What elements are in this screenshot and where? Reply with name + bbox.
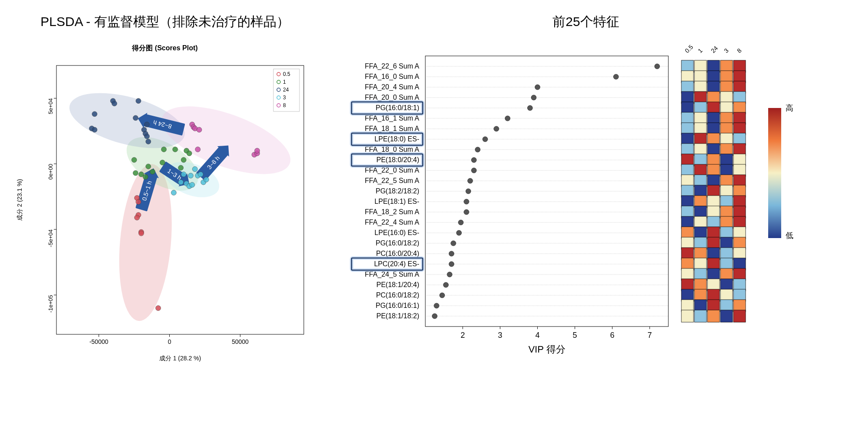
vip-dot [458,220,464,225]
vip-dot [434,303,439,308]
score-point [173,147,178,152]
legend-label: 24 [283,87,289,93]
vip-dot [432,314,437,319]
vip-dot [475,147,480,152]
score-point [181,157,186,163]
score-point [255,148,260,154]
feature-label: LPE(18:1) ES- [375,198,419,205]
vip-dot [447,272,452,277]
heat-col-label: 1 [697,47,704,54]
vip-x-tick: 3 [498,331,502,340]
score-point [136,98,141,104]
heat-col-label: 8 [736,47,743,54]
colorbar [768,108,781,238]
legend-label: 8 [283,102,286,108]
vip-title: 前25个特征 [339,13,833,31]
vip-dot [535,85,540,90]
heatmap-cell [733,310,746,322]
feature-label: FFA_22_6 Sum A [365,62,420,70]
feature-label: PE(18:1/18:2) [376,312,419,320]
score-point [178,180,184,185]
feature-label: PC(16:0/18:2) [376,291,419,299]
vip-plot: FFA_22_6 Sum AFFA_16_0 Sum AFFA_20_4 Sum… [339,39,833,369]
legend-label: 3 [283,95,286,101]
vip-dot [467,178,473,183]
score-point [132,157,137,163]
y-tick: 0e+00 [47,164,54,180]
vip-panel: 前25个特征 FFA_22_6 Sum AFFA_16_0 Sum AFFA_2… [339,9,833,369]
y-axis-label: 成分 2 (23.1 %) [16,179,23,221]
score-point [92,111,97,117]
score-point [192,167,197,172]
plsda-title: PLSDA - 有监督模型（排除未治疗的样品） [9,13,321,31]
vip-dot [443,282,448,287]
vip-dot [449,261,454,267]
x-tick: -50000 [89,338,108,345]
y-tick: 5e+04 [47,98,54,114]
legend-label: 0.5 [283,71,290,77]
x-tick: 0 [168,338,171,345]
score-point [198,172,203,177]
score-point [161,147,167,152]
feature-label: PG(16:0/16:1) [376,302,420,309]
vip-dot [451,241,456,246]
plsda-panel: PLSDA - 有监督模型（排除未治疗的样品） 得分图 (Scores Plot… [9,9,321,369]
score-point [136,199,141,205]
feature-label: PE(18:1/20:4) [376,281,419,288]
vip-dot [494,126,499,131]
score-point [135,215,140,220]
score-point [197,127,202,132]
feature-label: PE(18:0/20:4) [376,156,419,163]
feature-label: PG(16:0/18:2) [376,239,420,247]
score-point [143,174,148,180]
score-point [160,160,165,165]
score-point [150,169,155,174]
feature-label: FFA_16_0 Sum A [365,73,420,81]
legend: 0.512438 [273,69,299,111]
score-point [156,306,161,311]
vip-dot [440,293,445,298]
score-point [92,127,97,132]
colorbar-high: 高 [786,104,793,112]
score-point [188,173,193,178]
score-point [171,190,176,195]
vip-dot [471,157,477,163]
score-point [195,147,201,152]
score-point [204,177,209,182]
score-point [178,165,184,170]
y-tick: -5e+04 [47,229,54,247]
feature-label: PC(16:0/20:4) [376,250,419,257]
heatmap-cell [707,310,720,322]
vip-dot [505,116,510,121]
vip-x-tick: 5 [573,331,577,340]
vip-x-label: VIP 得分 [528,344,565,355]
score-point [146,139,151,144]
score-point [112,101,117,106]
feature-label: LPC(20:4) ES- [374,260,419,268]
vip-dot [654,64,660,69]
x-tick: 50000 [232,338,249,345]
vip-dot [464,199,469,204]
feature-label: FFA_22_5 Sum A [365,177,420,185]
plot-title: 得分图 (Scores Plot) [132,44,197,52]
vip-dot [466,189,471,194]
heatmap-cell [720,310,733,322]
scores-plot: 得分图 (Scores Plot)0.5~1 h1~3 h3~8 h8~24 h… [9,39,321,369]
vip-dot [471,168,477,173]
score-point [144,134,149,139]
heat-col-label: 3 [723,47,730,54]
heatmap-cell [694,310,707,322]
vip-dot [457,230,462,235]
feature-label: FFA_18_2 Sum A [365,208,420,216]
heat-col-label: 24 [710,45,719,54]
vip-dot [483,137,488,142]
vip-x-tick: 4 [535,331,539,340]
feature-label: FFA_20_4 Sum A [365,83,420,91]
score-point [181,172,186,177]
vip-x-tick: 6 [610,331,615,340]
feature-label: PG(18:2/18:2) [376,187,420,195]
feature-label: PG(16:0/18:1) [376,104,420,111]
feature-label: LPE(18:0) ES- [375,135,419,143]
vip-dot [531,95,536,100]
vip-dot [613,74,618,79]
